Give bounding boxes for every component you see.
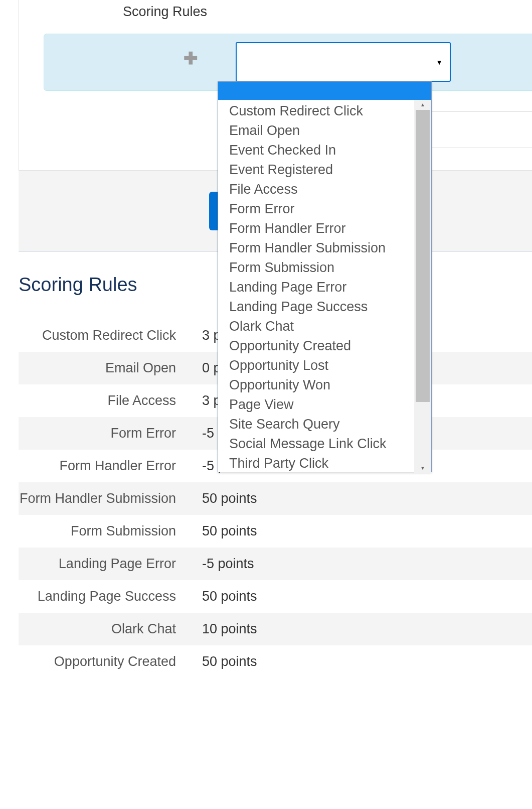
form-field-label: Scoring Rules (123, 4, 207, 20)
plus-icon[interactable] (184, 48, 198, 68)
rule-type-select[interactable]: ▼ (236, 42, 451, 82)
dropdown-option[interactable]: Event Registered (229, 160, 414, 180)
rule-label: Landing Page Success (19, 589, 189, 604)
rule-label: Form Submission (19, 523, 189, 539)
table-row: Form Submission50 points (19, 515, 532, 548)
dropdown-selected-blank[interactable] (218, 82, 431, 100)
rule-label: Landing Page Error (19, 556, 189, 572)
dropdown-scrollbar[interactable]: ▲ ▼ (414, 100, 431, 473)
rule-value: 10 points (189, 621, 532, 637)
dropdown-option[interactable]: Email Open (229, 121, 414, 141)
dropdown-option[interactable]: Landing Page Error (229, 278, 414, 297)
rule-label: Olark Chat (19, 621, 189, 637)
dropdown-option[interactable]: Custom Redirect Click (229, 101, 414, 121)
rule-value: -5 points (189, 556, 532, 572)
table-row: Landing Page Error-5 points (19, 548, 532, 580)
dropdown-option[interactable]: Form Handler Error (229, 219, 414, 238)
rule-value: 50 points (189, 523, 532, 539)
dropdown-option[interactable]: Social Message Link Click (229, 434, 414, 454)
dropdown-option[interactable]: Third Party Click (229, 454, 414, 473)
dropdown-option[interactable]: Form Submission (229, 258, 414, 278)
rule-value: 50 points (189, 491, 532, 506)
table-row: Form Handler Submission50 points (19, 482, 532, 515)
rule-label: File Access (19, 393, 189, 409)
dropdown-option[interactable]: Opportunity Lost (229, 356, 414, 375)
rule-label: Form Handler Submission (19, 491, 189, 506)
table-row: Opportunity Created50 points (19, 645, 532, 678)
dropdown-option[interactable]: Landing Page Success (229, 297, 414, 317)
table-row: Olark Chat10 points (19, 613, 532, 645)
rule-value: 50 points (189, 589, 532, 604)
section-heading: Scoring Rules (19, 274, 137, 296)
dropdown-option[interactable]: Page View (229, 395, 414, 415)
chevron-down-icon: ▼ (436, 58, 443, 66)
rule-value: 50 points (189, 654, 532, 669)
dropdown-option[interactable]: Form Error (229, 199, 414, 219)
scroll-down-icon[interactable]: ▼ (414, 463, 431, 473)
rule-label: Opportunity Created (19, 654, 189, 669)
dropdown-option[interactable]: Form Handler Submission (229, 238, 414, 258)
dropdown-option[interactable]: File Access (229, 180, 414, 199)
rule-type-dropdown: Custom Redirect ClickEmail OpenEvent Che… (218, 81, 432, 472)
row-action-icons (184, 48, 201, 68)
scrollbar-thumb[interactable] (416, 110, 430, 402)
rule-label: Email Open (19, 360, 189, 376)
rule-label: Custom Redirect Click (19, 328, 189, 343)
table-row: Landing Page Success50 points (19, 580, 532, 613)
rule-label: Form Error (19, 426, 189, 441)
dropdown-option[interactable]: Event Checked In (229, 141, 414, 160)
dropdown-option[interactable]: Olark Chat (229, 317, 414, 336)
dropdown-option[interactable]: Opportunity Created (229, 336, 414, 356)
scroll-up-icon[interactable]: ▲ (414, 100, 431, 110)
dropdown-option[interactable]: Opportunity Won (229, 375, 414, 395)
dropdown-option[interactable]: Site Search Query (229, 415, 414, 434)
rule-label: Form Handler Error (19, 458, 189, 474)
